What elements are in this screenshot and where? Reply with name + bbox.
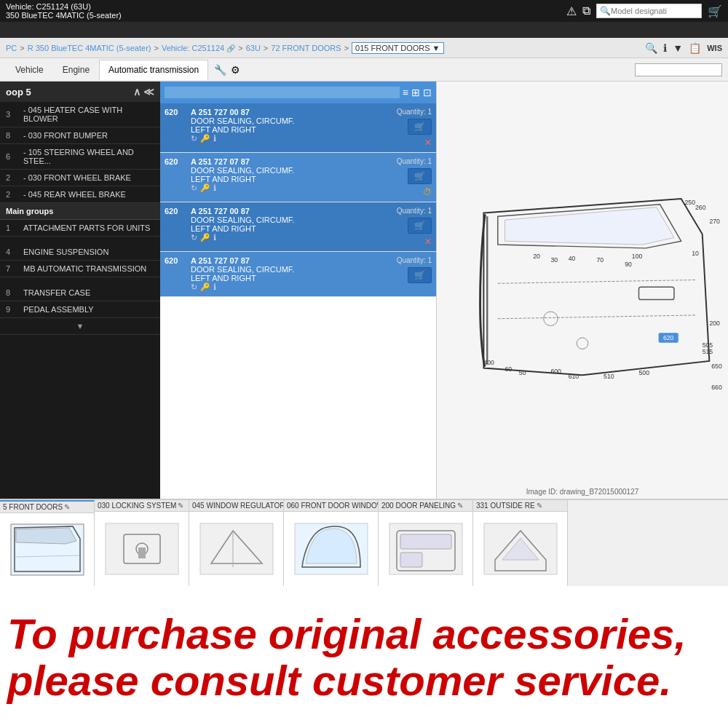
sidebar-header: oop 5 ∧ ≪ <box>0 82 160 102</box>
collapse-all-icon[interactable]: ≪ <box>143 86 154 98</box>
diagram-area: 260 270 250 10 100 90 70 40 30 20 200 66… <box>437 82 728 499</box>
sidebar-item[interactable]: 7 MB AUTOMATIC TRANSMISSION <box>0 261 160 277</box>
svg-text:50: 50 <box>519 369 526 376</box>
bc-63u[interactable]: 63U <box>246 44 261 52</box>
vehicle-info: Vehicle: C251124 (63U) 350 BlueTEC 4MATI… <box>6 2 122 20</box>
thumbnail-item[interactable]: 030 LOCKING SYSTEM ✎ <box>95 500 189 586</box>
bc-front-doors[interactable]: 72 FRONT DOORS <box>271 44 341 52</box>
grid-icon[interactable]: ⊞ <box>411 87 420 98</box>
tab-search-input[interactable] <box>635 63 722 76</box>
add-to-cart-button[interactable]: 🛒 <box>408 119 432 135</box>
top-bar: Vehicle: C251124 (63U) 350 BlueTEC 4MATI… <box>0 0 728 22</box>
thumbnail-item[interactable]: 5 FRONT DOORS ✎ <box>0 500 95 586</box>
diagram-image-id: Image ID: drawing_B72015000127 <box>526 488 639 496</box>
model-search-input[interactable] <box>611 7 698 15</box>
info-icon[interactable]: ℹ <box>663 42 667 54</box>
key-icon[interactable]: 🔑 <box>200 282 210 292</box>
sidebar-scroll-indicator: ▼ <box>0 318 160 335</box>
sidebar-item[interactable]: 6 - 105 STEERING WHEEL AND STEE... <box>0 144 160 170</box>
thumb-image <box>284 512 378 586</box>
add-to-cart-button[interactable]: 🛒 <box>408 168 432 184</box>
refresh-icon[interactable]: ↻ <box>191 233 197 242</box>
svg-text:60: 60 <box>505 365 512 373</box>
copy-icon[interactable]: ⧉ <box>582 4 590 17</box>
warning-icon[interactable]: ⚠ <box>566 4 577 18</box>
part-item: 620 A 251 727 00 87 DOOR SEALING, CIRCUM… <box>160 103 436 153</box>
list-icon[interactable]: ≡ <box>403 87 408 98</box>
sidebar-item[interactable]: 2 - 045 REAR WHEEL BRAKE <box>0 186 160 203</box>
svg-text:90: 90 <box>625 261 632 268</box>
status-unavailable-icon: ✕ <box>424 138 432 148</box>
info-part-icon[interactable]: ℹ <box>213 233 216 242</box>
thumbnail-item[interactable]: 200 DOOR PANELING ✎ <box>379 500 473 586</box>
key-icon[interactable]: 🔑 <box>200 233 210 242</box>
svg-rect-41 <box>400 534 451 549</box>
key-icon[interactable]: 🔑 <box>200 134 210 143</box>
info-part-icon[interactable]: ℹ <box>213 183 216 193</box>
sidebar-item[interactable]: 4 ENGINE SUSPENSION <box>0 244 160 261</box>
thumbnail-item[interactable]: 045 WINDOW REGULATOR ✎ <box>189 500 284 586</box>
svg-text:510: 510 <box>604 373 614 380</box>
sidebar-item[interactable]: 2 - 030 FRONT WHEEL BRAKE <box>0 170 160 186</box>
settings-icon[interactable]: 🔧 <box>214 64 226 76</box>
refresh-icon[interactable]: ↻ <box>191 183 197 193</box>
refresh-icon[interactable]: ↻ <box>191 134 197 143</box>
refresh-icon[interactable]: ↻ <box>191 282 197 292</box>
tab-search-box[interactable] <box>635 63 722 76</box>
car-door-diagram: 260 270 250 10 100 90 70 40 30 20 200 66… <box>440 178 724 403</box>
edit-icon: ✎ <box>178 502 183 510</box>
tab-engine[interactable]: Engine <box>53 60 99 80</box>
wis-icon[interactable]: WIS <box>707 44 722 52</box>
sidebar: oop 5 ∧ ≪ 3 - 045 HEATER CASE WITH BLOWE… <box>0 82 160 499</box>
sidebar-item[interactable]: 8 - 030 FRONT BUMPER <box>0 127 160 144</box>
thumb-svg <box>197 520 277 578</box>
add-to-cart-button[interactable]: 🛒 <box>408 267 432 283</box>
key-icon[interactable]: 🔑 <box>200 183 210 193</box>
part-item: 620 A 251 727 07 87 DOOR SEALING, CIRCUM… <box>160 252 436 297</box>
sidebar-item[interactable]: 1 ATTACHMENT PARTS FOR UNITS <box>0 220 160 237</box>
main-content: oop 5 ∧ ≪ 3 - 045 HEATER CASE WITH BLOWE… <box>0 82 728 499</box>
thumb-label-text: 060 FRONT DOOR WINDOWS <box>287 502 378 510</box>
tab-vehicle[interactable]: Vehicle <box>6 60 53 80</box>
cart-icon[interactable]: 🛒 <box>708 4 722 18</box>
info-part-icon[interactable]: ℹ <box>213 134 216 143</box>
parts-search-input[interactable] <box>165 87 400 98</box>
bc-pc[interactable]: PC <box>6 44 17 52</box>
sidebar-item[interactable]: 8 TRANSFER CASE <box>0 285 160 301</box>
bc-015-front-doors[interactable]: 015 FRONT DOORS ▼ <box>352 42 443 54</box>
thumbnail-item[interactable]: 331 OUTSIDE RE ✎ <box>473 500 568 586</box>
vehicle-id: Vehicle: C251124 (63U) <box>6 2 122 11</box>
breadcrumb: PC > R 350 BlueTEC 4MATIC (5-seater) > V… <box>0 38 728 58</box>
sidebar-item[interactable]: 9 PEDAL ASSEMBLY <box>0 301 160 318</box>
svg-text:260: 260 <box>695 203 706 210</box>
bc-model[interactable]: R 350 BlueTEC 4MATIC (5-seater) <box>28 44 151 52</box>
thumb-label-text: 200 DOOR PANELING <box>381 502 456 510</box>
parts-list-header: ≡ ⊞ ⊡ <box>160 82 436 103</box>
thumb-svg <box>386 520 466 578</box>
svg-point-28 <box>577 337 588 349</box>
thumb-image <box>473 512 567 586</box>
collapse-up-icon[interactable]: ∧ <box>133 86 141 98</box>
info-part-icon[interactable]: ℹ <box>213 282 216 292</box>
model-search-box[interactable]: 🔍 <box>596 4 702 18</box>
gear-icon[interactable]: ⚙ <box>231 64 240 76</box>
sidebar-item <box>0 277 160 285</box>
sub-header <box>0 22 728 38</box>
sidebar-item[interactable]: 3 - 045 HEATER CASE WITH BLOWER <box>0 102 160 127</box>
bc-vehicle[interactable]: Vehicle: C251124 🔗 <box>162 44 235 52</box>
print-icon[interactable]: 📋 <box>689 42 701 54</box>
top-bar-actions: ⚠ ⧉ 🔍 🛒 <box>566 4 722 18</box>
filter-icon[interactable]: ▼ <box>673 42 683 54</box>
zoom-icon[interactable]: 🔍 <box>645 42 657 54</box>
add-to-cart-button[interactable]: 🛒 <box>408 218 432 234</box>
expand-icon[interactable]: ⊡ <box>423 87 432 98</box>
tab-automatic-transmission[interactable]: Automatic transmission <box>99 60 208 80</box>
thumb-label-text: 5 FRONT DOORS <box>3 503 63 511</box>
thumbnail-item[interactable]: 060 FRONT DOOR WINDOWS ✎ <box>284 500 379 586</box>
svg-text:100: 100 <box>632 253 643 260</box>
search-icon: 🔍 <box>600 6 611 16</box>
svg-text:610: 610 <box>569 373 579 380</box>
edit-icon: ✎ <box>457 502 463 510</box>
part-action-icons: ↻ 🔑 ℹ <box>191 233 392 242</box>
svg-text:10: 10 <box>692 249 699 256</box>
